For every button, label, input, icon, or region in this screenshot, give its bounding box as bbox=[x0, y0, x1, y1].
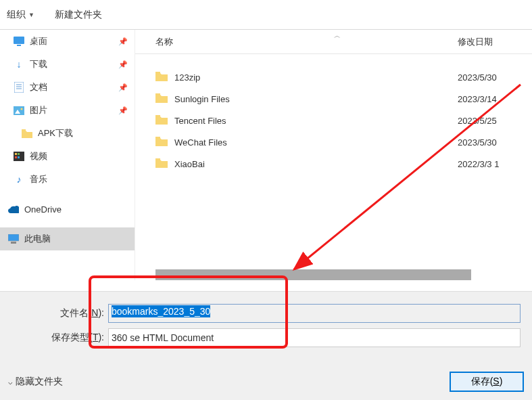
sidebar-item-label: APK下载 bbox=[38, 127, 73, 139]
sidebar-item-pictures[interactable]: 图片 📌 bbox=[0, 99, 135, 122]
file-date: 2023/3/14 bbox=[458, 94, 532, 104]
folder-icon bbox=[155, 72, 169, 83]
hide-folders-button[interactable]: ⌵ 隐藏文件夹 bbox=[8, 376, 63, 388]
sidebar-item-desktop[interactable]: 桌面 📌 bbox=[0, 30, 135, 53]
file-name: XiaoBai bbox=[174, 159, 458, 169]
filetype-label: 保存类型(T): bbox=[7, 332, 108, 344]
organize-button[interactable]: 组织 ▼ bbox=[7, 9, 34, 21]
sidebar-item-onedrive[interactable]: OneDrive bbox=[0, 198, 135, 221]
filename-input[interactable]: bookmarks_2023_5_30 bbox=[108, 304, 521, 323]
main-area: 桌面 📌 ↓ 下载 📌 文档 📌 bbox=[0, 30, 532, 280]
chevron-down-icon: ▼ bbox=[28, 12, 34, 18]
folder-icon bbox=[155, 158, 169, 170]
svg-rect-17 bbox=[155, 72, 160, 74]
file-name: 123zip bbox=[174, 72, 458, 83]
file-row[interactable]: Sunlogin Files 2023/3/14 bbox=[135, 88, 532, 110]
sidebar-item-apk[interactable]: APK下载 bbox=[0, 122, 135, 145]
folder-icon bbox=[155, 115, 169, 127]
sidebar-item-label: OneDrive bbox=[24, 204, 62, 215]
file-date: 2023/5/25 bbox=[458, 116, 532, 126]
folder-icon bbox=[22, 128, 32, 139]
toolbar: 组织 ▼ 新建文件夹 bbox=[0, 0, 532, 30]
svg-rect-0 bbox=[14, 37, 24, 44]
filetype-value: 360 se HTML Document bbox=[112, 332, 214, 343]
filetype-select[interactable]: 360 se HTML Document bbox=[108, 328, 521, 347]
sidebar-item-label: 文档 bbox=[30, 81, 47, 93]
column-date-header[interactable]: 修改日期 bbox=[458, 36, 532, 48]
horizontal-scrollbar[interactable] bbox=[155, 269, 471, 280]
music-icon: ♪ bbox=[14, 174, 24, 185]
svg-rect-14 bbox=[18, 156, 20, 158]
svg-rect-1 bbox=[17, 45, 21, 46]
sidebar-item-label: 音乐 bbox=[30, 173, 47, 185]
sidebar-item-label: 桌面 bbox=[30, 35, 47, 47]
sort-arrow-icon: ︿ bbox=[334, 31, 341, 41]
file-date: 2022/3/3 1 bbox=[458, 159, 532, 169]
sidebar-item-label: 下载 bbox=[30, 58, 47, 70]
column-date-label: 修改日期 bbox=[458, 37, 493, 47]
file-row[interactable]: XiaoBai 2022/3/3 1 bbox=[135, 153, 532, 175]
sidebar-item-label: 此电脑 bbox=[24, 233, 51, 245]
svg-rect-19 bbox=[155, 115, 160, 117]
hide-folders-label: 隐藏文件夹 bbox=[16, 376, 63, 388]
svg-rect-18 bbox=[155, 93, 160, 95]
svg-rect-6 bbox=[14, 106, 24, 115]
pin-icon: 📌 bbox=[118, 106, 128, 115]
pin-icon: 📌 bbox=[118, 83, 128, 92]
svg-rect-16 bbox=[11, 242, 16, 244]
file-list-header: ︿ 名称 修改日期 bbox=[135, 30, 532, 54]
picture-icon bbox=[14, 105, 24, 116]
organize-label: 组织 bbox=[7, 9, 26, 21]
svg-rect-2 bbox=[14, 82, 24, 93]
file-name: Sunlogin Files bbox=[174, 94, 458, 104]
svg-rect-11 bbox=[15, 153, 17, 155]
download-icon: ↓ bbox=[14, 59, 24, 70]
column-name-header[interactable]: 名称 bbox=[135, 36, 458, 48]
save-button[interactable]: 保存(S) bbox=[450, 372, 524, 392]
folder-icon bbox=[155, 93, 169, 105]
save-form: 文件名(N): bookmarks_2023_5_30 保存类型(T): 360… bbox=[0, 291, 532, 400]
svg-rect-21 bbox=[155, 158, 160, 160]
svg-rect-20 bbox=[155, 137, 160, 139]
sidebar-item-thispc[interactable]: 此电脑 bbox=[0, 227, 135, 250]
sidebar-item-label: 图片 bbox=[30, 104, 47, 116]
video-icon bbox=[14, 151, 24, 162]
sidebar-item-video[interactable]: 视频 bbox=[0, 145, 135, 168]
pc-icon bbox=[8, 234, 19, 244]
file-row[interactable]: 123zip 2023/5/30 bbox=[135, 66, 532, 88]
filename-value: bookmarks_2023_5_30 bbox=[112, 305, 210, 317]
document-icon bbox=[14, 82, 24, 93]
svg-rect-12 bbox=[18, 153, 20, 155]
file-list: ︿ 名称 修改日期 123zip 2023/5/30 Sunlogin File… bbox=[135, 30, 532, 280]
svg-rect-15 bbox=[8, 234, 19, 241]
sidebar-item-documents[interactable]: 文档 📌 bbox=[0, 76, 135, 99]
file-name: WeChat Files bbox=[174, 137, 458, 148]
desktop-icon bbox=[14, 36, 24, 47]
pin-icon: 📌 bbox=[118, 37, 128, 46]
save-button-label: 保存(S) bbox=[471, 376, 503, 386]
sidebar: 桌面 📌 ↓ 下载 📌 文档 📌 bbox=[0, 30, 135, 280]
sidebar-item-downloads[interactable]: ↓ 下载 📌 bbox=[0, 53, 135, 76]
folder-icon bbox=[155, 137, 169, 148]
file-date: 2023/5/30 bbox=[458, 72, 532, 83]
svg-rect-13 bbox=[15, 156, 17, 158]
svg-rect-9 bbox=[22, 129, 26, 131]
sidebar-item-label: 视频 bbox=[30, 150, 47, 162]
pin-icon: 📌 bbox=[118, 60, 128, 69]
new-folder-label: 新建文件夹 bbox=[55, 9, 102, 21]
new-folder-button[interactable]: 新建文件夹 bbox=[55, 9, 102, 21]
sidebar-item-music[interactable]: ♪ 音乐 bbox=[0, 168, 135, 191]
onedrive-icon bbox=[8, 204, 19, 215]
file-date: 2023/5/30 bbox=[458, 137, 532, 148]
file-row[interactable]: WeChat Files 2023/5/30 bbox=[135, 131, 532, 153]
file-row[interactable]: Tencent Files 2023/5/25 bbox=[135, 110, 532, 131]
filename-label: 文件名(N): bbox=[7, 307, 108, 319]
chevron-down-icon: ⌵ bbox=[8, 378, 13, 386]
column-name-label: 名称 bbox=[155, 36, 173, 48]
svg-point-8 bbox=[21, 108, 23, 110]
file-name: Tencent Files bbox=[174, 116, 458, 126]
